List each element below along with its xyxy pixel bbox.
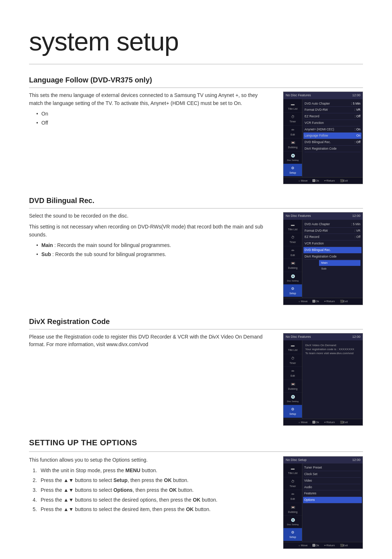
tv-header-right-3: 12:00	[352, 335, 360, 340]
sidebar-setup-1: ⚙ Setup	[283, 164, 302, 177]
menu-label-anynet: Anynet+ (HDMI CEC)	[305, 127, 334, 132]
tv-header-1: No Disc Features 12:00	[283, 92, 363, 99]
sidebar-dubbing-2: 📼 Dubbing	[283, 259, 302, 272]
footer-ok-3: 🅾Ok	[313, 420, 319, 424]
setting-up-steps: With the unit in Stop mode, press the ME…	[33, 467, 272, 513]
menu-divx-reg: DivX Registration Code	[305, 146, 360, 152]
section-title-dvd-bilingual: DVD Bilingual Rec.	[29, 195, 363, 208]
menu-format-dvd: Format DVD-RW : VR	[305, 107, 360, 113]
section-title-divx: DivX Registration Code	[29, 316, 363, 329]
sidebar-icon-setup-2: ⚙	[291, 286, 294, 291]
sidebar-timer-2: ⏱ Timer	[283, 233, 302, 246]
sidebar-icon-title-2: ▬	[291, 222, 295, 227]
sidebar-label-edit-4: Edit	[290, 497, 295, 501]
tv-header-left-1: No Disc Features	[286, 93, 311, 98]
section-title-language-follow: Language Follow (DVD-VR375 only)	[29, 74, 363, 88]
menu2-label-vcr: VCR Function	[305, 241, 324, 246]
sidebar-disc-3: 💿 Disc Setting	[283, 393, 302, 405]
sidebar-icon-disc-3: 💿	[291, 394, 295, 400]
menu4-tuner: Tuner Preset	[304, 465, 361, 471]
sidebar-icon-disc-2: 💿	[291, 274, 295, 279]
menu2-value-ez-record: : Off	[355, 235, 360, 239]
sidebar-icon-1: ▬	[291, 101, 295, 107]
sidebar-icon-edit-3: ✏	[291, 368, 294, 374]
tv-header-4: No Disc Setup 12:00	[283, 457, 363, 464]
tv-body-3: ▬ Title List ⏱ Timer ✏ Edit 📼	[283, 340, 363, 419]
section-content-setting-up: This function allows you to setup the Op…	[29, 456, 363, 549]
sidebar-icon-edit-1: ✏	[291, 127, 294, 133]
menu2-vcr-function: VCR Function	[305, 240, 360, 247]
menu2-label-dvd-auto: DVD Auto Chapter	[305, 222, 330, 227]
menu-ez-record: EZ Record : Off	[305, 113, 360, 120]
tv-main-1: DVD Auto Chapter : 5 Min Format DVD-RW :…	[302, 99, 363, 178]
menu4-label-features: Features	[304, 491, 317, 496]
menu4-label-audio: Audio	[304, 485, 312, 490]
sidebar-label-timer-3: Timer	[290, 361, 296, 365]
sidebar-icon-setup-4: ⚙	[291, 530, 294, 535]
tv-main-4: Tuner Preset Clock Set Video Audio Featu	[302, 463, 363, 542]
divx-line3: To learn more visit www.divx.com/vod	[305, 351, 360, 355]
menu4-label-tuner: Tuner Preset	[304, 465, 322, 470]
bullet-on: On	[36, 110, 272, 118]
tv-screen-4: No Disc Setup 12:00 ▬ Title List ⏱ Timer	[283, 456, 363, 549]
menu-label-vcr: VCR Function	[305, 121, 324, 125]
tv-footer-2: ⬦ Move 🅾Ok ↩Return ⬛Exit	[283, 298, 363, 304]
tv-header-3: No Disc Features 12:00	[283, 333, 363, 341]
tv-header-right-2: 12:00	[352, 214, 360, 219]
sidebar-edit-4: ✏ Edit	[283, 490, 302, 503]
dvd-bilingual-bullets: Main : Records the main sound for biling…	[36, 242, 272, 258]
sidebar-icon-timer-3: ⏱	[291, 356, 295, 361]
tv-header-left-2: No Disc Features	[286, 214, 311, 219]
sidebar-label-timer-2: Timer	[290, 240, 296, 244]
sidebar-label-setup-3: Setup	[289, 412, 296, 416]
menu2-label-ez-record: EZ Record	[305, 235, 319, 239]
tv-body-2: ▬ Title List ⏱ Timer ✏ Edit 📼	[283, 220, 363, 298]
tv-body-4: ▬ Title List ⏱ Timer ✏ Edit 📼	[283, 463, 363, 542]
sidebar-label-edit-2: Edit	[290, 254, 295, 258]
tv-footer-4: ⬦ Move 🅾Ok ↩Return ⬛Exit	[283, 542, 363, 548]
tv-main-2: DVD Auto Chapter : 5 Min Format DVD-RW :…	[302, 220, 363, 298]
sidebar-label-edit-1: Edit	[290, 133, 295, 137]
divx-description: Please use the Registration code to regi…	[29, 333, 272, 349]
sidebar-icon-edit-2: ✏	[291, 248, 294, 253]
menu2-divx-reg: DivX Registration Code	[305, 254, 360, 260]
sidebar-icon-title-3: ▬	[291, 343, 295, 348]
menu2-dvd-bilingual: DVD Bilingual Rec.	[303, 247, 362, 254]
title-divider	[29, 64, 363, 64]
bilingual-submenu: Main Sub	[319, 260, 360, 272]
tv-sidebar-4: ▬ Title List ⏱ Timer ✏ Edit 📼	[283, 463, 302, 542]
screen-dvd-bilingual: No Disc Features 12:00 ▬ Title List ⏱ Ti…	[283, 212, 363, 305]
sidebar-label-dubbing-4: Dubbing	[288, 510, 297, 514]
divx-info-text: DivX Video On Demand: Your registration …	[305, 342, 360, 357]
tv-header-2: No Disc Features 12:00	[283, 212, 363, 220]
tv-screen-1: No Disc Features 12:00 ▬ Title List ⏱ Ti…	[283, 92, 363, 184]
menu2-ez-record: EZ Record : Off	[305, 234, 360, 240]
sidebar-dubbing-4: 📼 Dubbing	[283, 503, 302, 516]
footer-exit-1: ⬛Exit	[340, 179, 348, 183]
sidebar-label-disc-1: Disc Setting	[287, 159, 298, 162]
setting-up-title: SETTING UP THE OPTIONS	[29, 437, 363, 452]
sidebar-disc-1: 💿 Disc Setting	[283, 151, 302, 164]
tv-header-right-4: 12:00	[352, 458, 360, 463]
sidebar-icon-timer-2: ⏱	[291, 235, 295, 240]
menu2-value-format-dvd: : VR	[354, 228, 360, 233]
menu-label-lang-follow: Language Follow	[305, 133, 328, 138]
sidebar-edit-1: ✏ Edit	[283, 126, 302, 139]
menu-label-ez-record: EZ Record	[305, 114, 319, 119]
bullet-sub: Sub : Records the sub sound for bilingua…	[36, 251, 272, 259]
screen-divx: No Disc Features 12:00 ▬ Title List ⏱ Ti…	[283, 333, 363, 426]
sidebar-title-list-3: ▬ Title List	[283, 341, 302, 354]
sidebar-icon-disc-1: 💿	[291, 153, 295, 158]
menu-dvd-auto: DVD Auto Chapter : 5 Min	[305, 101, 360, 107]
footer-return-1: ↩Return	[324, 179, 335, 183]
sidebar-setup-4: ⚙ Setup	[283, 528, 302, 541]
sidebar-icon-disc-4: 💿	[291, 517, 295, 523]
section-divx-registration: DivX Registration Code Please use the Re…	[29, 316, 363, 426]
menu-dvd-bilingual: DVD Bilingual Rec. : Off	[305, 139, 360, 146]
tv-header-right-1: 12:00	[352, 93, 360, 98]
sidebar-icon-setup-3: ⚙	[291, 406, 294, 412]
menu-label-dvd-auto: DVD Auto Chapter	[305, 101, 330, 106]
menu-label-dvd-bilingual: DVD Bilingual Rec.	[305, 140, 331, 145]
footer-return-3: ↩Return	[324, 420, 335, 424]
menu4-audio: Audio	[304, 484, 361, 491]
